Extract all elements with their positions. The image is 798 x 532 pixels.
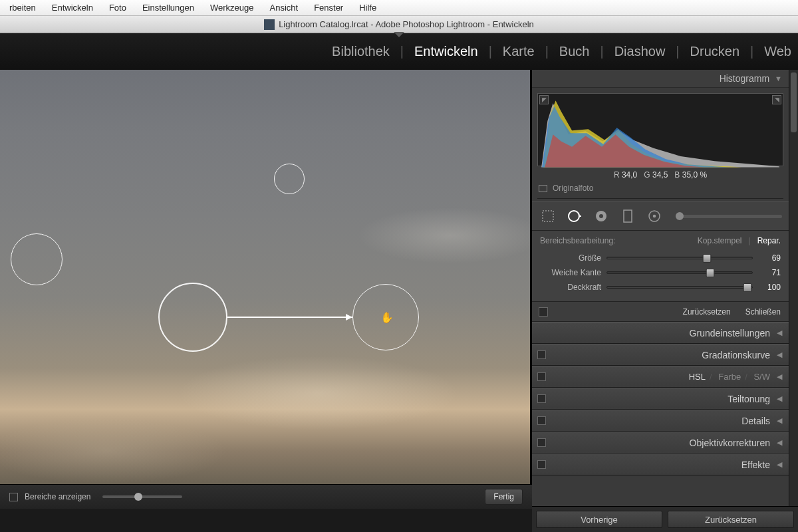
menu-window[interactable]: Fenster bbox=[306, 3, 351, 13]
menu-view[interactable]: Ansicht bbox=[261, 3, 306, 13]
document-icon bbox=[264, 19, 275, 30]
brush-size-quick-slider[interactable] bbox=[676, 215, 782, 218]
photo-canvas[interactable]: ✋ bbox=[0, 70, 532, 484]
right-panel-footer: Vorherige Zurücksetzen bbox=[532, 506, 798, 532]
panel-switch[interactable] bbox=[537, 350, 546, 359]
histogram-graph[interactable]: ◤ ◥ bbox=[537, 93, 783, 166]
menu-photo[interactable]: Foto bbox=[101, 3, 134, 13]
module-print[interactable]: Drucken bbox=[688, 44, 742, 59]
graduated-filter-tool[interactable] bbox=[618, 207, 637, 225]
collapse-triangle-icon: ◀ bbox=[777, 460, 782, 469]
menu-settings[interactable]: Einstellungen bbox=[134, 3, 202, 13]
module-picker: Bibliothek| Entwickeln| Karte| Buch| Dia… bbox=[0, 33, 798, 70]
opacity-slider[interactable] bbox=[606, 286, 753, 289]
section-hsl[interactable]: HSL/ Farbe/ S/W ◀ bbox=[532, 366, 789, 388]
bw-link[interactable]: S/W bbox=[753, 372, 770, 382]
spot-target-circle[interactable] bbox=[352, 284, 419, 350]
spot-close-button[interactable]: Schließen bbox=[745, 307, 781, 317]
size-label: Größe bbox=[540, 253, 601, 263]
svg-point-9 bbox=[599, 214, 603, 218]
module-slideshow[interactable]: Diashow bbox=[612, 44, 668, 59]
panel-switch[interactable] bbox=[537, 372, 546, 381]
section-lens-corrections[interactable]: Objektivkorrekturen◀ bbox=[532, 432, 789, 454]
collapse-triangle-icon: ◀ bbox=[777, 350, 782, 359]
collapse-triangle-icon: ◀ bbox=[777, 329, 782, 337]
collapse-triangle-icon: ◀ bbox=[777, 372, 782, 381]
spot-removal-panel: Bereichsbearbeitung: Kop.stempel | Repar… bbox=[532, 231, 789, 302]
panel-switch[interactable] bbox=[537, 438, 546, 447]
menu-edit[interactable]: rbeiten bbox=[1, 3, 44, 13]
show-areas-checkbox[interactable] bbox=[9, 493, 18, 501]
previous-button[interactable]: Vorherige bbox=[536, 511, 662, 528]
spot-reset-button[interactable]: Zurücksetzen bbox=[683, 307, 731, 317]
section-basic[interactable]: Grundeinstellungen◀ bbox=[532, 322, 789, 344]
spot-removal-tool[interactable] bbox=[565, 207, 584, 225]
mode-clone[interactable]: Kop.stempel bbox=[698, 236, 742, 245]
feather-value[interactable]: 71 bbox=[758, 268, 781, 277]
module-web[interactable]: Web bbox=[761, 44, 794, 59]
section-detail-label: Details bbox=[741, 416, 770, 426]
opacity-label: Deckkraft bbox=[540, 283, 601, 292]
os-menubar[interactable]: rbeiten Entwickeln Foto Einstellungen We… bbox=[0, 0, 798, 16]
size-slider[interactable] bbox=[606, 257, 753, 259]
original-photo-checkbox[interactable] bbox=[539, 185, 547, 192]
top-panel-disclosure-icon[interactable] bbox=[394, 32, 404, 37]
window-titlebar: Lightroom Catalog.lrcat - Adobe Photosho… bbox=[0, 16, 798, 33]
crop-tool[interactable] bbox=[539, 207, 557, 225]
section-effects[interactable]: Effekte◀ bbox=[532, 454, 789, 475]
panel-switch[interactable] bbox=[537, 460, 546, 469]
svg-point-7 bbox=[569, 211, 579, 221]
color-link[interactable]: Farbe bbox=[718, 372, 741, 382]
original-photo-label: Originalfoto bbox=[553, 184, 593, 193]
histogram-panel: ◤ ◥ R 34,0 G 34,5 B 35,0 % bbox=[532, 88, 789, 201]
menu-develop[interactable]: Entwickeln bbox=[44, 3, 101, 13]
section-effects-label: Effekte bbox=[741, 460, 770, 470]
menu-tools[interactable]: Werkzeuge bbox=[202, 3, 262, 13]
spot-circle[interactable] bbox=[274, 164, 305, 194]
section-split-label: Teiltonung bbox=[728, 394, 770, 404]
hsl-link[interactable]: HSL bbox=[689, 372, 706, 382]
collapse-triangle-icon: ◀ bbox=[777, 394, 782, 403]
photo-area: ✋ Bereiche anzeigen Fertig bbox=[0, 70, 532, 509]
spot-link-arrow-icon bbox=[0, 70, 530, 484]
svg-rect-6 bbox=[543, 211, 553, 221]
spot-circle[interactable] bbox=[11, 233, 63, 285]
module-map[interactable]: Karte bbox=[500, 44, 537, 59]
section-tonecurve-label: Gradationskurve bbox=[702, 350, 770, 360]
spot-source-circle[interactable] bbox=[158, 283, 227, 352]
collapse-triangle-icon: ◀ bbox=[777, 438, 782, 447]
done-button[interactable]: Fertig bbox=[485, 489, 523, 505]
module-develop[interactable]: Entwickeln bbox=[412, 44, 481, 59]
redeye-tool[interactable] bbox=[592, 207, 610, 225]
section-basic-label: Grundeinstellungen bbox=[690, 328, 770, 338]
local-tools-strip bbox=[532, 201, 789, 231]
radial-filter-tool[interactable] bbox=[645, 207, 664, 225]
opacity-value[interactable]: 100 bbox=[758, 283, 781, 292]
panel-switch[interactable] bbox=[537, 416, 546, 425]
spot-action-bar: Zurücksetzen Schließen bbox=[532, 302, 789, 322]
section-lens-label: Objektivkorrekturen bbox=[690, 438, 770, 448]
right-panel: Histogramm ▼ ◤ ◥ R 34,0 G 34,5 bbox=[532, 70, 798, 509]
feather-slider[interactable] bbox=[606, 271, 753, 274]
section-tone-curve[interactable]: Gradationskurve◀ bbox=[532, 344, 789, 366]
svg-point-12 bbox=[654, 215, 656, 217]
spot-panel-title: Bereichsbearbeitung: bbox=[540, 236, 698, 245]
mode-heal[interactable]: Repar. bbox=[757, 236, 781, 245]
reset-button[interactable]: Zurücksetzen bbox=[668, 511, 794, 528]
section-detail[interactable]: Details◀ bbox=[532, 410, 789, 432]
svg-rect-10 bbox=[624, 210, 632, 222]
module-book[interactable]: Buch bbox=[557, 44, 593, 59]
histogram-header[interactable]: Histogramm ▼ bbox=[532, 70, 789, 88]
photo-bottom-toolbar: Bereiche anzeigen Fertig bbox=[0, 484, 532, 509]
size-value[interactable]: 69 bbox=[758, 253, 781, 263]
visualize-threshold-slider[interactable] bbox=[102, 495, 182, 498]
menu-help[interactable]: Hilfe bbox=[351, 3, 384, 13]
section-split-toning[interactable]: Teiltonung◀ bbox=[532, 388, 789, 410]
spot-panel-switch[interactable] bbox=[539, 307, 548, 317]
show-areas-label: Bereiche anzeigen bbox=[25, 492, 90, 501]
panel-switch[interactable] bbox=[537, 394, 546, 403]
right-panel-scrollbar[interactable] bbox=[789, 70, 798, 509]
module-library[interactable]: Bibliothek bbox=[329, 44, 392, 59]
collapse-triangle-icon: ◀ bbox=[777, 416, 782, 425]
feather-label: Weiche Kante bbox=[540, 268, 601, 277]
